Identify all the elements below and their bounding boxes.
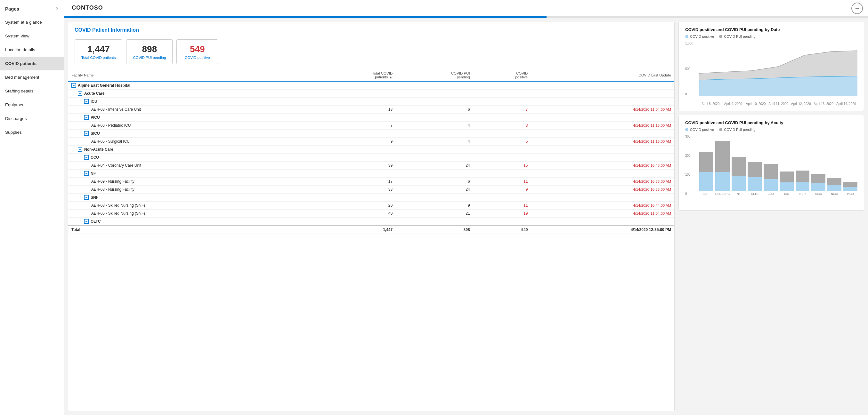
sidebar-close-button[interactable]: ×: [56, 6, 59, 11]
cell-positive: 9: [473, 186, 531, 194]
bar-group: OLTC: [748, 162, 762, 195]
bar-y-label: 300: [685, 135, 698, 138]
col-positive[interactable]: COVIDpositive: [473, 69, 531, 81]
table-subsubgroup-row[interactable]: −SICU: [68, 130, 674, 137]
table-subgroup-row[interactable]: −Acute Care: [68, 90, 674, 98]
bar-y-label: 100: [685, 173, 698, 176]
x-label: April 10, 2020: [744, 102, 767, 105]
bar-segment-blue: [811, 183, 826, 191]
cell-total: 13: [313, 105, 396, 114]
table-subsubgroup-row[interactable]: −OLTC: [68, 218, 674, 226]
area-gray: [699, 51, 858, 80]
back-button[interactable]: ←: [851, 3, 863, 14]
card-label-pui: COVID PUI pending: [133, 56, 166, 60]
sidebar-item-supplies[interactable]: Supplies: [0, 125, 64, 139]
top-bar: CONTOSO ←: [64, 0, 868, 16]
y-label: 1,000: [685, 41, 698, 45]
bar-stack: [764, 164, 778, 191]
table-group-row[interactable]: −Alpine East General Hospital: [68, 81, 674, 90]
chart-legend-1: COVID positiveCOVID PUI pending: [685, 35, 858, 38]
table-subsubgroup-row[interactable]: −SNF: [68, 194, 674, 201]
left-panel: COVID Patient Information 1,447 Total CO…: [68, 22, 675, 411]
chart-title-1: COVID positive and COVID PUI pending by …: [685, 27, 858, 32]
expand-icon[interactable]: −: [84, 155, 89, 160]
bar-segment-blue: [764, 179, 778, 191]
cell-pui: 24: [396, 162, 473, 169]
sidebar-item-discharges[interactable]: Discharges: [0, 112, 64, 125]
table-subsubgroup-row[interactable]: −ICU: [68, 98, 674, 105]
sidebar-header: Pages ×: [0, 0, 64, 15]
sidebar-item-equipment[interactable]: Equipment: [0, 98, 64, 112]
sidebar: Pages × System at a glanceSystem viewLoc…: [0, 0, 64, 415]
table-subsubgroup-row[interactable]: −NF: [68, 169, 674, 178]
total-label: Total: [68, 226, 313, 234]
cell-last-update: 4/14/2020 10:38:00 AM: [531, 178, 674, 186]
sidebar-item-location-details[interactable]: Location details: [0, 43, 64, 57]
bar-segment-blue: [699, 172, 713, 191]
bar-label: NICU: [831, 192, 838, 195]
table-subsubgroup-row[interactable]: −CCU: [68, 154, 674, 162]
table-row: AEH-04 - Coronary Care Unit 39 24 15 4/1…: [68, 162, 674, 169]
x-label: April 12, 2020: [789, 102, 812, 105]
expand-icon[interactable]: −: [84, 99, 89, 104]
summary-card-positive: 549 COVID positive: [177, 39, 218, 64]
expand-icon[interactable]: −: [84, 131, 89, 136]
expand-icon[interactable]: −: [84, 171, 89, 175]
bar-stack: [715, 141, 730, 191]
legend-item: COVID positive: [685, 35, 714, 38]
cell-pui: 6: [396, 105, 473, 114]
col-last-update[interactable]: COVID Last Update: [531, 69, 674, 81]
y-labels-1: 05001,000: [685, 41, 698, 96]
bar-label: GENSURG: [715, 192, 730, 195]
cell-positive: 7: [473, 105, 531, 114]
data-table: Facility Name Total COVIDpatients ▲ COVI…: [68, 69, 674, 234]
cell-total: 7: [313, 122, 396, 130]
table-row: AEH-08 - Skilled Nursing (SNF) 20 9 11 4…: [68, 201, 674, 210]
bar-stack: [811, 174, 826, 191]
cell-pui: 21: [396, 210, 473, 218]
sidebar-item-system-at-glance[interactable]: System at a glance: [0, 15, 64, 29]
sidebar-item-staffing-details[interactable]: Staffing details: [0, 84, 64, 98]
bar-y-label: 200: [685, 154, 698, 157]
right-panel: COVID positive and COVID PUI pending by …: [678, 22, 864, 411]
bar-segment-gray: [748, 162, 762, 177]
col-facility[interactable]: Facility Name: [68, 69, 313, 81]
table-subsubgroup-row[interactable]: −PICU: [68, 114, 674, 122]
sidebar-item-system-view[interactable]: System view: [0, 29, 64, 43]
cell-pui: 6: [396, 178, 473, 186]
cell-total: 17: [313, 178, 396, 186]
cell-facility: AEH-05 - Surgical ICU: [68, 137, 313, 146]
cell-positive: 15: [473, 162, 531, 169]
table-row: AEH-06 - Skilled Nursing (SNF) 40 21 19 …: [68, 210, 674, 218]
bar-group: GENSURG: [715, 141, 730, 195]
expand-icon[interactable]: −: [84, 219, 89, 224]
total-positive: 549: [473, 226, 531, 234]
bar-chart-wrap: 0100200300 SNF GENSURG NF OLTC CCU: [685, 135, 858, 205]
cell-pui: 9: [396, 201, 473, 210]
cell-facility: AEH-03 - Intensive Care Unit: [68, 105, 313, 114]
bar-label: PICU: [847, 192, 854, 195]
expand-icon[interactable]: −: [84, 195, 89, 200]
bar-segment-gray: [827, 178, 841, 185]
bar-segment-gray: [811, 174, 826, 183]
table-container[interactable]: Facility Name Total COVIDpatients ▲ COVI…: [68, 69, 674, 411]
x-label: April 14, 2020: [835, 102, 858, 105]
cell-last-update: 4/14/2020 11:04:00 AM: [531, 210, 674, 218]
expand-icon[interactable]: −: [84, 115, 89, 120]
legend-label: COVID PUI pending: [724, 128, 755, 131]
expand-icon[interactable]: −: [78, 91, 82, 96]
chart-card-2: COVID positive and COVID PUI pending by …: [678, 115, 864, 211]
expand-icon[interactable]: −: [71, 83, 76, 88]
expand-icon[interactable]: −: [78, 147, 82, 152]
bar-segment-gray: [764, 164, 778, 179]
bar-group: SNF: [699, 152, 713, 195]
col-pui[interactable]: COVID PUIpending: [396, 69, 473, 81]
table-subgroup-row[interactable]: −Non-Acute Care: [68, 146, 674, 154]
table-row: AEH-09 - Nursing Facility 17 6 11 4/14/2…: [68, 178, 674, 186]
cell-positive: 11: [473, 201, 531, 210]
bar-group: CCU: [764, 164, 778, 195]
sidebar-item-bed-management[interactable]: Bed management: [0, 70, 64, 84]
bar-y-labels: 0100200300: [685, 135, 698, 195]
col-total[interactable]: Total COVIDpatients ▲: [313, 69, 396, 81]
sidebar-item-covid-patients[interactable]: COVID patients: [0, 57, 64, 70]
